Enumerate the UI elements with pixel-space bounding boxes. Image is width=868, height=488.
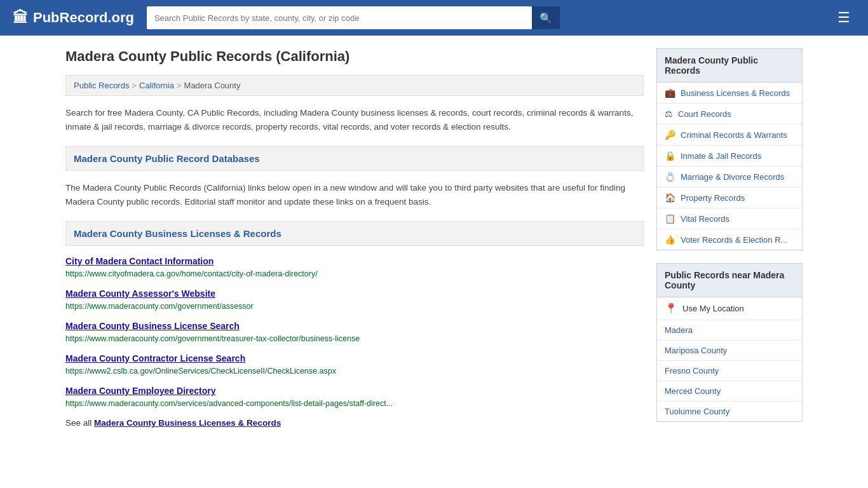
nearby-link-3[interactable]: Fresno County [657, 361, 802, 381]
sidebar-list-item: 📋 Vital Records [657, 208, 802, 229]
nearby-label-1: Madera [665, 325, 693, 335]
sidebar-record-icon-0: 💼 [665, 88, 675, 98]
search-area: 🔍 [147, 6, 560, 29]
sidebar-list-item: 💼 Business Licenses & Records [657, 83, 802, 104]
breadcrumb-current: Madera County [184, 81, 241, 90]
sidebar-public-records-title: Madera County Public Records [656, 48, 803, 83]
record-item: Madera County Assessor's Website https:/… [65, 288, 644, 311]
sidebar-record-label-1: Court Records [678, 109, 731, 119]
sidebar-list-item: 🔑 Criminal Records & Warrants [657, 125, 802, 146]
sidebar-nearby-list: 📍 Use My Location Madera Mariposa County… [656, 297, 803, 422]
sidebar-record-label-7: Voter Records & Election R... [681, 235, 787, 245]
page-title: Madera County Public Records (California… [65, 48, 644, 65]
sidebar-list-item: 🔒 Inmate & Jail Records [657, 146, 802, 166]
databases-section-header: Madera County Public Record Databases [65, 146, 644, 171]
logo-icon: 🏛 [13, 9, 28, 27]
nearby-label-2: Mariposa County [665, 346, 727, 355]
sidebar-record-link-4[interactable]: 💍 Marriage & Divorce Records [657, 166, 802, 187]
nearby-label-3: Fresno County [665, 366, 719, 376]
sidebar-records-list: 💼 Business Licenses & Records ⚖ Court Re… [656, 83, 803, 250]
sidebar-record-label-3: Inmate & Jail Records [681, 151, 761, 161]
sidebar-record-label-2: Criminal Records & Warrants [681, 130, 787, 140]
record-title-1[interactable]: Madera County Assessor's Website [65, 288, 644, 299]
nearby-list-item: Mariposa County [657, 341, 802, 361]
sidebar-record-icon-2: 🔑 [665, 130, 675, 140]
location-dot-icon: 📍 [665, 302, 677, 315]
sidebar-record-link-1[interactable]: ⚖ Court Records [657, 104, 802, 124]
sidebar-record-icon-1: ⚖ [665, 109, 673, 119]
sidebar-record-icon-7: 👍 [665, 234, 675, 245]
record-item: Madera County Employee Directory https:/… [65, 386, 644, 408]
record-url-3: https://www2.cslb.ca.gov/OnlineServices/… [65, 367, 336, 376]
nearby-link-2[interactable]: Mariposa County [657, 341, 802, 360]
search-input[interactable] [147, 6, 532, 29]
record-item: Madera County Business License Search ht… [65, 321, 644, 343]
nearby-link-4[interactable]: Merced County [657, 381, 802, 401]
sidebar-record-icon-5: 🏠 [665, 193, 675, 203]
main-content: Madera County Public Records (California… [65, 48, 644, 428]
record-item: City of Madera Contact Information https… [65, 256, 644, 278]
record-list: City of Madera Contact Information https… [65, 256, 644, 408]
sidebar-record-link-5[interactable]: 🏠 Property Records [657, 187, 802, 208]
search-button[interactable]: 🔍 [532, 6, 560, 29]
nearby-link-1[interactable]: Madera [657, 320, 802, 340]
nearby-location-label: Use My Location [682, 304, 744, 313]
sidebar-list-item: ⚖ Court Records [657, 104, 802, 125]
record-url-4: https://www.maderacounty.com/services/ad… [65, 399, 393, 408]
header: 🏛 PubRecord.org 🔍 ☰ [0, 0, 868, 36]
see-all-link[interactable]: Madera County Business Licenses & Record… [94, 418, 281, 428]
nearby-list-item: Fresno County [657, 361, 802, 381]
sidebar-record-link-6[interactable]: 📋 Vital Records [657, 208, 802, 229]
record-url-0: https://www.cityofmadera.ca.gov/home/con… [65, 269, 318, 278]
sidebar-record-label-0: Business Licenses & Records [681, 88, 790, 98]
nearby-label-4: Merced County [665, 386, 721, 396]
see-all: See all Madera County Business Licenses … [65, 418, 644, 428]
sidebar-record-icon-3: 🔒 [665, 151, 675, 161]
breadcrumb-california[interactable]: California [139, 81, 174, 90]
sidebar-list-item: 👍 Voter Records & Election R... [657, 229, 802, 250]
record-title-3[interactable]: Madera County Contractor License Search [65, 353, 644, 363]
nearby-list-item: Tuolumne County [657, 402, 802, 421]
record-url-2: https://www.maderacounty.com/government/… [65, 334, 360, 343]
sidebar-record-label-6: Vital Records [681, 214, 729, 224]
sidebar: Madera County Public Records 💼 Business … [656, 48, 803, 428]
databases-section-text: The Madera County Public Records (Califo… [65, 181, 644, 208]
menu-button[interactable]: ☰ [832, 7, 855, 29]
nearby-link-5[interactable]: Tuolumne County [657, 402, 802, 421]
logo[interactable]: 🏛 PubRecord.org [13, 9, 134, 27]
record-title-0[interactable]: City of Madera Contact Information [65, 256, 644, 266]
sidebar-record-icon-6: 📋 [665, 214, 675, 224]
breadcrumb-public-records[interactable]: Public Records [74, 81, 129, 90]
record-item: Madera County Contractor License Search … [65, 353, 644, 376]
sidebar-record-label-4: Marriage & Divorce Records [681, 172, 784, 182]
sidebar-record-link-2[interactable]: 🔑 Criminal Records & Warrants [657, 125, 802, 145]
main-container: Madera County Public Records (California… [53, 36, 815, 440]
sidebar-nearby-title: Public Records near Madera County [656, 263, 803, 297]
sidebar-record-link-7[interactable]: 👍 Voter Records & Election R... [657, 229, 802, 250]
sidebar-record-icon-4: 💍 [665, 172, 675, 182]
sidebar-record-label-5: Property Records [681, 193, 745, 203]
breadcrumb-sep-1: > [132, 81, 137, 90]
nearby-list-item: Merced County [657, 381, 802, 402]
logo-text: PubRecord.org [33, 10, 134, 26]
sidebar-record-link-3[interactable]: 🔒 Inmate & Jail Records [657, 146, 802, 166]
nearby-label-5: Tuolumne County [665, 407, 729, 416]
record-url-1: https://www.maderacounty.com/government/… [65, 302, 254, 311]
page-description: Search for free Madera County, CA Public… [65, 106, 644, 133]
business-section-header: Madera County Business Licenses & Record… [65, 221, 644, 246]
breadcrumb: Public Records > California > Madera Cou… [65, 75, 644, 96]
sidebar-list-item: 💍 Marriage & Divorce Records [657, 166, 802, 187]
use-my-location[interactable]: 📍 Use My Location [657, 297, 802, 320]
nearby-list-item: 📍 Use My Location [657, 297, 802, 320]
record-title-2[interactable]: Madera County Business License Search [65, 321, 644, 331]
record-title-4[interactable]: Madera County Employee Directory [65, 386, 644, 396]
breadcrumb-sep-2: > [177, 81, 182, 90]
sidebar-list-item: 🏠 Property Records [657, 187, 802, 208]
nearby-list-item: Madera [657, 320, 802, 341]
sidebar-record-link-0[interactable]: 💼 Business Licenses & Records [657, 83, 802, 103]
